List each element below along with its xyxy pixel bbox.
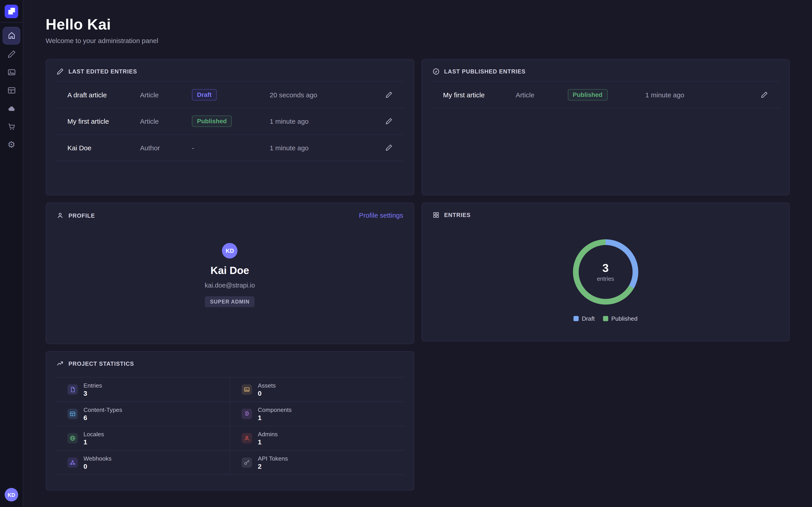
stat-label: Admins [258,431,278,437]
entries-header: ENTRIES [422,203,789,225]
stat-tile [67,384,78,395]
strapi-logo[interactable] [0,0,23,23]
stat-content-types: Content-Types6 [56,402,230,426]
last-published-header: LAST PUBLISHED ENTRIES [422,59,789,81]
project-statistics-card: PROJECT STATISTICS Entries3 [46,351,414,491]
user-icon [244,435,250,441]
stat-entries: Entries3 [56,378,230,402]
layout-icon [7,86,16,95]
key-icon [244,459,250,466]
chart-legend: Draft Published [573,316,638,322]
stat-locales: Locales1 [56,426,230,451]
legend-item-published: Published [603,316,638,322]
stat-webhooks: Webhooks0 [56,451,230,475]
last-edited-table: A draft article Article Draft 20 seconds… [56,81,404,161]
table-row[interactable]: My first article Article Published 1 min… [432,82,779,108]
profile-header: PROFILE Profile settings [46,203,414,225]
entry-name: My first article [67,117,140,125]
profile-body: KD Kai Doe kai.doe@strapi.io SUPER ADMIN [46,225,414,307]
donut-center: 3 entries [573,239,638,305]
edit-entry-button[interactable] [758,88,771,102]
stat-label: Webhooks [84,455,111,461]
last-edited-card: LAST EDITED ENTRIES A draft article Arti… [46,59,414,195]
entry-type: Article [516,91,567,99]
entries-donut: 3 entries [573,239,638,305]
main-content: Hello Kai Welcome to your administration… [23,0,812,507]
admin-dashboard: ⚙ KD Hello Kai Welcome to your administr… [0,0,812,507]
stat-tile [67,433,78,443]
edit-entry-button[interactable] [382,114,395,128]
dashboard-grid: LAST EDITED ENTRIES A draft article Arti… [46,59,790,491]
stat-tile [67,457,78,468]
stat-value: 3 [84,389,102,397]
pencil-icon [57,68,64,75]
entry-time: 20 seconds ago [269,91,382,99]
edit-icon [385,91,392,99]
stat-label: API Tokens [258,455,288,461]
stat-api-tokens: API Tokens2 [230,451,404,475]
sidebar-item-home[interactable] [2,26,20,44]
stat-label: Entries [84,382,102,388]
sidebar-item-content-type-builder[interactable] [3,82,20,99]
sidebar-item-cloud[interactable] [3,100,20,117]
entry-status: Published [567,89,645,101]
layout-icon [69,411,76,417]
stat-value: 1 [84,438,104,446]
sidebar-item-content-manager[interactable] [3,46,20,62]
file-icon [69,386,76,393]
entry-name: Kai Doe [67,144,140,152]
table-row[interactable]: A draft article Article Draft 20 seconds… [56,82,404,108]
stat-value: 0 [84,462,111,470]
stat-components: Components1 [230,402,404,426]
card-title: PROFILE [68,212,95,218]
edit-icon [385,118,392,125]
entry-type: Article [140,117,192,125]
status-dash: - [192,144,194,152]
strapi-glyph-icon [8,8,15,14]
stat-value: 1 [258,414,292,421]
grid-icon [432,211,439,219]
donut-label: entries [597,276,614,282]
profile-email: kai.doe@strapi.io [205,282,255,289]
stat-tile [242,457,252,468]
entry-status: Published [192,116,270,127]
profile-settings-link[interactable]: Profile settings [359,211,403,219]
stat-label: Locales [84,431,104,437]
stat-label: Assets [258,382,275,388]
entry-type: Author [140,144,192,152]
sidebar-item-media-library[interactable] [3,64,20,81]
check-circle-icon [432,68,439,75]
edit-icon [761,91,768,99]
edit-entry-button[interactable] [382,141,395,154]
sidebar-item-settings[interactable]: ⚙ [3,136,20,153]
sidebar-item-marketplace[interactable] [3,118,20,135]
entries-body: 3 entries Draft Published [422,225,789,322]
stat-label: Content-Types [84,406,122,412]
sidebar-user-avatar[interactable]: KD [5,488,18,502]
profile-name: Kai Doe [210,265,249,277]
edit-entry-button[interactable] [382,88,395,102]
legend-swatch [573,316,579,321]
entry-name: A draft article [67,91,140,99]
entry-name: My first article [443,91,516,99]
table-row[interactable]: Kai Doe Author - 1 minute ago [56,135,404,161]
table-row[interactable]: My first article Article Published 1 min… [56,108,404,134]
stats-grid: Entries3 Assets0 [56,377,404,475]
project-statistics-header: PROJECT STATISTICS [46,352,414,374]
stat-assets: Assets0 [230,378,404,402]
card-title: ENTRIES [444,212,471,218]
last-edited-header: LAST EDITED ENTRIES [46,59,414,81]
stat-tile [67,409,78,419]
card-title: PROJECT STATISTICS [68,360,134,367]
stat-tile [242,433,252,443]
edit-icon [385,144,392,151]
stat-value: 1 [258,438,278,446]
stat-value: 0 [258,389,275,397]
stat-admins: Admins1 [230,426,404,451]
status-badge: Published [567,89,608,101]
sidebar: ⚙ KD [0,0,23,507]
webhook-icon [69,459,76,466]
profile-card: PROFILE Profile settings KD Kai Doe kai.… [46,203,414,344]
profile-avatar: KD [222,243,238,259]
user-icon [57,212,64,219]
